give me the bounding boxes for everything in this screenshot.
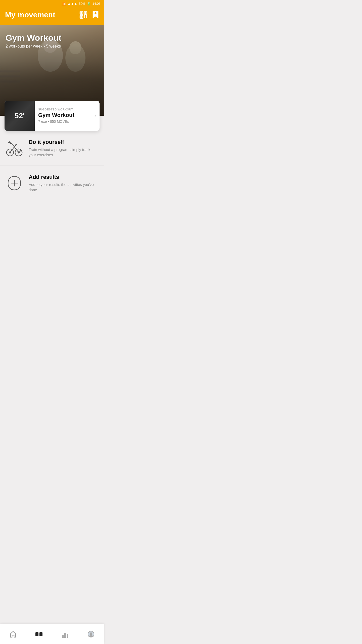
status-bar: 📶 ▲▲▲ 50% 🔋 14:06 — [0, 0, 104, 7]
svg-rect-9 — [86, 17, 87, 18]
add-results-icon — [6, 174, 23, 192]
header-icons — [79, 11, 99, 19]
workout-duration: 52' — [15, 111, 25, 120]
svg-rect-3 — [84, 12, 86, 14]
suggested-workout-card[interactable]: 52' SUGGESTED WORKOUT Gym Workout 7 exe … — [5, 101, 100, 131]
add-results-desc: Add to your results the activities you'v… — [29, 182, 99, 192]
wifi-icon: 📶 — [62, 2, 66, 6]
add-results-item[interactable]: Add results Add to your results the acti… — [0, 166, 104, 200]
hero-text: Gym Workout 2 workouts per week • 5 week… — [6, 33, 61, 49]
svg-rect-8 — [84, 17, 85, 18]
hero-title: Gym Workout — [6, 33, 61, 43]
svg-rect-7 — [86, 15, 87, 17]
do-it-yourself-title: Do it yourself — [29, 139, 99, 145]
svg-rect-5 — [80, 16, 82, 18]
workout-card-title: Gym Workout — [38, 112, 91, 118]
svg-rect-6 — [84, 15, 85, 17]
svg-line-29 — [14, 145, 16, 147]
qr-icon[interactable] — [79, 11, 87, 19]
svg-rect-11 — [95, 12, 96, 14]
battery-icon: 🔋 — [87, 2, 91, 6]
workout-card-meta: 7 exe • 850 MOVEs — [38, 119, 91, 124]
header: My movement — [0, 7, 104, 25]
svg-line-30 — [15, 144, 17, 145]
add-results-text: Add results Add to your results the acti… — [29, 174, 99, 192]
battery-percent: 50% — [79, 2, 85, 6]
workout-info: SUGGESTED WORKOUT Gym Workout 7 exe • 85… — [35, 104, 94, 128]
workout-thumbnail: 52' — [5, 101, 35, 131]
bookmark-icon[interactable] — [92, 11, 99, 19]
svg-rect-1 — [80, 12, 82, 14]
svg-line-26 — [13, 144, 14, 147]
hero-subtitle: 2 workouts per week • 5 weeks — [6, 44, 61, 49]
do-it-yourself-text: Do it yourself Train without a program, … — [29, 139, 99, 157]
content-area: 52' SUGGESTED WORKOUT Gym Workout 7 exe … — [0, 101, 104, 223]
workout-card-arrow: › — [94, 112, 100, 119]
do-it-yourself-item[interactable]: Do it yourself Train without a program, … — [0, 131, 104, 166]
time: 14:06 — [92, 2, 101, 6]
suggested-label: SUGGESTED WORKOUT — [38, 108, 91, 111]
do-it-yourself-desc: Train without a program, simply track yo… — [29, 147, 99, 157]
exercise-bike-icon — [6, 139, 23, 157]
signal-icon: ▲▲▲ — [68, 2, 77, 6]
header-title: My movement — [5, 11, 55, 19]
add-results-title: Add results — [29, 174, 99, 180]
